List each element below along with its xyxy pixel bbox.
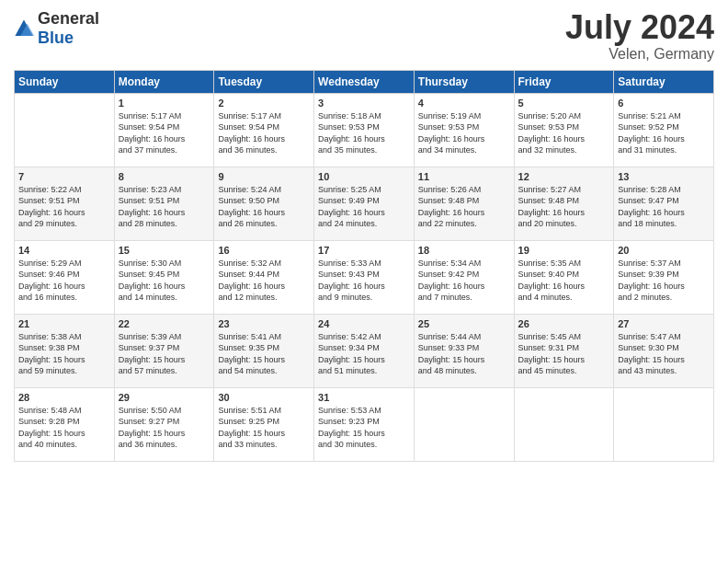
- header-friday: Friday: [514, 70, 614, 93]
- calendar-cell: 6Sunrise: 5:21 AM Sunset: 9:52 PM Daylig…: [614, 93, 714, 167]
- day-number: 10: [318, 171, 410, 182]
- day-info: Sunrise: 5:35 AM Sunset: 9:40 PM Dayligh…: [518, 258, 610, 304]
- day-info: Sunrise: 5:44 AM Sunset: 9:33 PM Dayligh…: [418, 331, 510, 377]
- header-wednesday: Wednesday: [314, 70, 415, 93]
- calendar-cell: 4Sunrise: 5:19 AM Sunset: 9:53 PM Daylig…: [414, 93, 514, 167]
- day-number: 8: [119, 171, 210, 182]
- calendar-cell: 29Sunrise: 5:50 AM Sunset: 9:27 PM Dayli…: [114, 387, 214, 461]
- calendar-table: Sunday Monday Tuesday Wednesday Thursday…: [14, 70, 714, 462]
- calendar-cell: 12Sunrise: 5:27 AM Sunset: 9:48 PM Dayli…: [514, 167, 614, 240]
- day-number: 14: [18, 245, 110, 256]
- day-info: Sunrise: 5:51 AM Sunset: 9:25 PM Dayligh…: [218, 405, 310, 451]
- calendar-cell: 23Sunrise: 5:41 AM Sunset: 9:35 PM Dayli…: [214, 314, 314, 387]
- logo-text: General Blue: [38, 9, 99, 48]
- day-info: Sunrise: 5:29 AM Sunset: 9:46 PM Dayligh…: [18, 258, 110, 304]
- day-number: 27: [618, 318, 710, 329]
- day-info: Sunrise: 5:26 AM Sunset: 9:48 PM Dayligh…: [418, 184, 510, 230]
- calendar-cell: 14Sunrise: 5:29 AM Sunset: 9:46 PM Dayli…: [15, 240, 115, 314]
- day-info: Sunrise: 5:47 AM Sunset: 9:30 PM Dayligh…: [618, 331, 710, 377]
- day-info: Sunrise: 5:27 AM Sunset: 9:48 PM Dayligh…: [518, 184, 610, 230]
- calendar-cell: 7Sunrise: 5:22 AM Sunset: 9:51 PM Daylig…: [15, 167, 115, 240]
- header-row: General Blue July 2024 Velen, Germany: [14, 9, 714, 63]
- day-number: 6: [618, 98, 710, 109]
- calendar-cell: 9Sunrise: 5:24 AM Sunset: 9:50 PM Daylig…: [214, 167, 314, 240]
- calendar-cell: 30Sunrise: 5:51 AM Sunset: 9:25 PM Dayli…: [214, 387, 314, 461]
- calendar-week-2: 14Sunrise: 5:29 AM Sunset: 9:46 PM Dayli…: [15, 240, 714, 314]
- day-number: 20: [618, 245, 710, 256]
- calendar-cell: 10Sunrise: 5:25 AM Sunset: 9:49 PM Dayli…: [314, 167, 415, 240]
- day-info: Sunrise: 5:50 AM Sunset: 9:27 PM Dayligh…: [119, 405, 210, 451]
- day-info: Sunrise: 5:48 AM Sunset: 9:28 PM Dayligh…: [18, 405, 110, 451]
- day-number: 9: [218, 171, 310, 182]
- calendar-cell: 24Sunrise: 5:42 AM Sunset: 9:34 PM Dayli…: [314, 314, 415, 387]
- calendar-cell: 5Sunrise: 5:20 AM Sunset: 9:53 PM Daylig…: [514, 93, 614, 167]
- day-number: 21: [18, 318, 110, 329]
- day-info: Sunrise: 5:41 AM Sunset: 9:35 PM Dayligh…: [218, 331, 310, 377]
- calendar-cell: 27Sunrise: 5:47 AM Sunset: 9:30 PM Dayli…: [614, 314, 714, 387]
- calendar-cell: 26Sunrise: 5:45 AM Sunset: 9:31 PM Dayli…: [514, 314, 614, 387]
- calendar-cell: 19Sunrise: 5:35 AM Sunset: 9:40 PM Dayli…: [514, 240, 614, 314]
- day-number: 30: [218, 392, 310, 403]
- calendar-week-3: 21Sunrise: 5:38 AM Sunset: 9:38 PM Dayli…: [15, 314, 714, 387]
- title-block: July 2024 Velen, Germany: [565, 9, 714, 63]
- calendar-cell: 2Sunrise: 5:17 AM Sunset: 9:54 PM Daylig…: [214, 93, 314, 167]
- day-info: Sunrise: 5:39 AM Sunset: 9:37 PM Dayligh…: [119, 331, 210, 377]
- calendar-cell: [15, 93, 115, 167]
- calendar-cell: 13Sunrise: 5:28 AM Sunset: 9:47 PM Dayli…: [614, 167, 714, 240]
- header-thursday: Thursday: [414, 70, 514, 93]
- location: Velen, Germany: [565, 46, 714, 63]
- day-info: Sunrise: 5:22 AM Sunset: 9:51 PM Dayligh…: [18, 184, 110, 230]
- day-info: Sunrise: 5:53 AM Sunset: 9:23 PM Dayligh…: [318, 405, 410, 451]
- day-info: Sunrise: 5:17 AM Sunset: 9:54 PM Dayligh…: [218, 110, 310, 156]
- day-info: Sunrise: 5:23 AM Sunset: 9:51 PM Dayligh…: [119, 184, 210, 230]
- day-number: 5: [518, 98, 610, 109]
- day-info: Sunrise: 5:19 AM Sunset: 9:53 PM Dayligh…: [418, 110, 510, 156]
- calendar-cell: [614, 387, 714, 461]
- day-info: Sunrise: 5:45 AM Sunset: 9:31 PM Dayligh…: [518, 331, 610, 377]
- day-number: 31: [318, 392, 410, 403]
- calendar-cell: [514, 387, 614, 461]
- day-number: 4: [418, 98, 510, 109]
- day-number: 17: [318, 245, 410, 256]
- calendar-cell: 3Sunrise: 5:18 AM Sunset: 9:53 PM Daylig…: [314, 93, 415, 167]
- calendar-cell: 20Sunrise: 5:37 AM Sunset: 9:39 PM Dayli…: [614, 240, 714, 314]
- day-info: Sunrise: 5:17 AM Sunset: 9:54 PM Dayligh…: [119, 110, 210, 156]
- month-year: July 2024: [565, 9, 714, 46]
- day-info: Sunrise: 5:37 AM Sunset: 9:39 PM Dayligh…: [618, 258, 710, 304]
- main-container: General Blue July 2024 Velen, Germany Su…: [0, 0, 728, 471]
- day-info: Sunrise: 5:38 AM Sunset: 9:38 PM Dayligh…: [18, 331, 110, 377]
- day-info: Sunrise: 5:25 AM Sunset: 9:49 PM Dayligh…: [318, 184, 410, 230]
- calendar-cell: 18Sunrise: 5:34 AM Sunset: 9:42 PM Dayli…: [414, 240, 514, 314]
- day-number: 16: [218, 245, 310, 256]
- header-row-days: Sunday Monday Tuesday Wednesday Thursday…: [15, 70, 714, 93]
- logo-icon: [14, 18, 34, 39]
- day-number: 26: [518, 318, 610, 329]
- day-info: Sunrise: 5:21 AM Sunset: 9:52 PM Dayligh…: [618, 110, 710, 156]
- header-sunday: Sunday: [15, 70, 115, 93]
- day-number: 24: [318, 318, 410, 329]
- day-number: 28: [18, 392, 110, 403]
- day-number: 12: [518, 171, 610, 182]
- day-number: 18: [418, 245, 510, 256]
- day-number: 7: [18, 171, 110, 182]
- calendar-cell: 22Sunrise: 5:39 AM Sunset: 9:37 PM Dayli…: [114, 314, 214, 387]
- calendar-cell: 28Sunrise: 5:48 AM Sunset: 9:28 PM Dayli…: [15, 387, 115, 461]
- calendar-cell: 21Sunrise: 5:38 AM Sunset: 9:38 PM Dayli…: [15, 314, 115, 387]
- day-number: 29: [119, 392, 210, 403]
- calendar-week-0: 1Sunrise: 5:17 AM Sunset: 9:54 PM Daylig…: [15, 93, 714, 167]
- logo-general: General: [38, 9, 99, 28]
- logo: General Blue: [14, 9, 99, 48]
- day-number: 22: [119, 318, 210, 329]
- calendar-cell: 16Sunrise: 5:32 AM Sunset: 9:44 PM Dayli…: [214, 240, 314, 314]
- calendar-cell: [414, 387, 514, 461]
- header-saturday: Saturday: [614, 70, 714, 93]
- calendar-cell: 31Sunrise: 5:53 AM Sunset: 9:23 PM Dayli…: [314, 387, 415, 461]
- day-info: Sunrise: 5:20 AM Sunset: 9:53 PM Dayligh…: [518, 110, 610, 156]
- day-number: 15: [119, 245, 210, 256]
- calendar-week-1: 7Sunrise: 5:22 AM Sunset: 9:51 PM Daylig…: [15, 167, 714, 240]
- day-number: 3: [318, 98, 410, 109]
- day-info: Sunrise: 5:18 AM Sunset: 9:53 PM Dayligh…: [318, 110, 410, 156]
- calendar-cell: 17Sunrise: 5:33 AM Sunset: 9:43 PM Dayli…: [314, 240, 415, 314]
- calendar-cell: 1Sunrise: 5:17 AM Sunset: 9:54 PM Daylig…: [114, 93, 214, 167]
- day-number: 25: [418, 318, 510, 329]
